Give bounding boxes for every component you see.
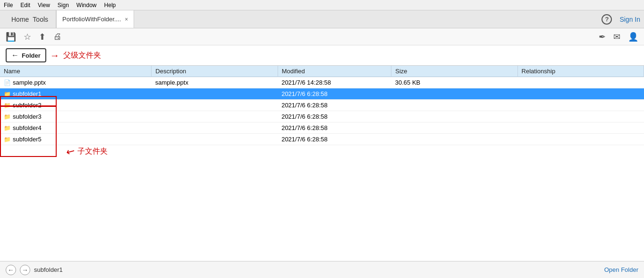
- cell-modified: 2021/7/6 6:28:58: [278, 88, 391, 100]
- folder-icon: 📁: [4, 113, 11, 120]
- tab-home-tools: Home Tools: [4, 10, 56, 28]
- bookmark-icon[interactable]: ☆: [24, 32, 31, 42]
- menu-file[interactable]: File: [4, 2, 13, 9]
- col-header-relationship: Relationship: [517, 66, 644, 77]
- cell-size: [391, 88, 517, 100]
- table-row[interactable]: 📁subfolder12021/7/6 6:28:58: [0, 88, 644, 100]
- folder-icon: 📁: [4, 91, 11, 97]
- cell-modified: 2021/7/6 6:28:58: [278, 111, 391, 122]
- toolbar-left: 💾 ☆ ⬆ 🖨: [6, 32, 62, 42]
- cell-size: [391, 122, 517, 134]
- cell-name: 📄sample.pptx: [0, 77, 152, 88]
- cell-relationship: [517, 122, 644, 134]
- tab-document[interactable]: PortfolioWithFolder.... ×: [56, 10, 134, 28]
- print-icon[interactable]: 🖨: [53, 32, 62, 42]
- folder-icon: 📁: [4, 125, 11, 131]
- table-row[interactable]: 📁subfolder52021/7/6 6:28:58: [0, 134, 644, 145]
- cell-relationship: [517, 77, 644, 88]
- cell-relationship: [517, 88, 644, 100]
- save-icon[interactable]: 💾: [6, 32, 16, 42]
- upload-icon[interactable]: ⬆: [39, 32, 46, 42]
- status-bar: ← → subfolder1 Open Folder: [0, 261, 644, 278]
- cell-name: 📁subfolder4: [0, 122, 152, 134]
- table-row[interactable]: 📄sample.pptxsample.pptx2021/7/6 14:28:58…: [0, 77, 644, 88]
- pen-icon[interactable]: ✒: [599, 32, 606, 42]
- folder-back-button[interactable]: ← Folder: [6, 48, 46, 62]
- menu-bar: File Edit View Sign Window Help: [0, 0, 644, 10]
- annotation-right-arrow: →: [50, 50, 59, 61]
- sign-in-button[interactable]: Sign In: [619, 16, 640, 23]
- cell-name: 📁subfolder2: [0, 100, 152, 111]
- folder-label: Folder: [22, 52, 41, 59]
- file-icon: 📄: [4, 79, 11, 86]
- folder-header: ← Folder → 父级文件夹: [0, 45, 644, 66]
- cell-description: [152, 122, 278, 134]
- folder-icon: 📁: [4, 136, 11, 143]
- cell-description: [152, 100, 278, 111]
- tab-close-button[interactable]: ×: [125, 16, 128, 23]
- menu-sign[interactable]: Sign: [58, 2, 69, 9]
- table-row[interactable]: 📁subfolder42021/7/6 6:28:58: [0, 122, 644, 134]
- cell-description: [152, 88, 278, 100]
- tab-bar-right: ? Sign In: [602, 14, 640, 25]
- cell-modified: 2021/7/6 14:28:58: [278, 77, 391, 88]
- cell-relationship: [517, 100, 644, 111]
- tab-tools[interactable]: Tools: [33, 16, 48, 23]
- col-header-name: Name: [0, 66, 152, 77]
- tab-doc-label: PortfolioWithFolder....: [62, 16, 121, 23]
- col-header-desc: Description: [152, 66, 278, 77]
- cell-size: [391, 100, 517, 111]
- table-row[interactable]: 📁subfolder32021/7/6 6:28:58: [0, 111, 644, 122]
- tab-bar: Home Tools PortfolioWithFolder.... × ? S…: [0, 10, 644, 28]
- status-path: subfolder1: [34, 266, 63, 273]
- back-arrow-icon: ←: [11, 51, 19, 60]
- cell-size: [391, 134, 517, 145]
- menu-edit[interactable]: Edit: [20, 2, 30, 9]
- user-icon[interactable]: 👤: [628, 32, 638, 42]
- open-folder-button[interactable]: Open Folder: [604, 266, 638, 273]
- tab-bar-left: Home Tools PortfolioWithFolder.... ×: [4, 10, 134, 28]
- annotation-down-arrow: ↙: [64, 144, 77, 159]
- cell-description: sample.pptx: [152, 77, 278, 88]
- main-content: ← Folder → 父级文件夹 Name Description Modifi…: [0, 45, 644, 278]
- nav-forward-button[interactable]: →: [20, 265, 30, 275]
- menu-help[interactable]: Help: [104, 2, 116, 9]
- cell-relationship: [517, 134, 644, 145]
- tab-home[interactable]: Home: [11, 16, 29, 23]
- cell-name: 📁subfolder3: [0, 111, 152, 122]
- cell-name: 📁subfolder1: [0, 88, 152, 100]
- mail-icon[interactable]: ✉: [613, 32, 620, 42]
- col-header-size: Size: [391, 66, 517, 77]
- file-table: Name Description Modified Size Relations…: [0, 66, 644, 145]
- cell-size: [391, 111, 517, 122]
- toolbar-right: ✒ ✉ 👤: [599, 32, 638, 42]
- menu-window[interactable]: Window: [76, 2, 97, 9]
- nav-back-button[interactable]: ←: [6, 265, 16, 275]
- cell-description: [152, 111, 278, 122]
- col-header-modified: Modified: [278, 66, 391, 77]
- file-table-body: 📄sample.pptxsample.pptx2021/7/6 14:28:58…: [0, 77, 644, 145]
- cell-modified: 2021/7/6 6:28:58: [278, 100, 391, 111]
- file-table-container[interactable]: Name Description Modified Size Relations…: [0, 66, 644, 270]
- cell-description: [152, 134, 278, 145]
- table-row[interactable]: 📁subfolder22021/7/6 6:28:58: [0, 100, 644, 111]
- help-button[interactable]: ?: [602, 14, 612, 25]
- menu-view[interactable]: View: [38, 2, 50, 9]
- annotation-parent-text: 父级文件夹: [63, 51, 101, 61]
- cell-relationship: [517, 111, 644, 122]
- table-header: Name Description Modified Size Relations…: [0, 66, 644, 77]
- cell-name: 📁subfolder5: [0, 134, 152, 145]
- cell-size: 30.65 KB: [391, 77, 517, 88]
- status-left: ← → subfolder1: [6, 265, 63, 275]
- annotation-child-container: ↙ 子文件夹: [66, 145, 108, 157]
- cell-modified: 2021/7/6 6:28:58: [278, 122, 391, 134]
- toolbar: 💾 ☆ ⬆ 🖨 ✒ ✉ 👤: [0, 28, 644, 45]
- cell-modified: 2021/7/6 6:28:58: [278, 134, 391, 145]
- annotation-child-text: 子文件夹: [77, 147, 108, 156]
- folder-icon: 📁: [4, 102, 11, 109]
